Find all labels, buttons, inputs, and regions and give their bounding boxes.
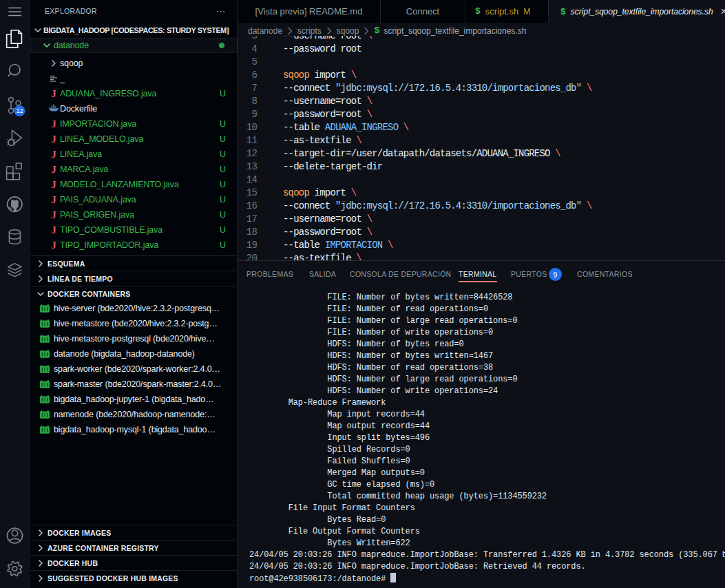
svg-text:12: 12 — [16, 107, 23, 114]
